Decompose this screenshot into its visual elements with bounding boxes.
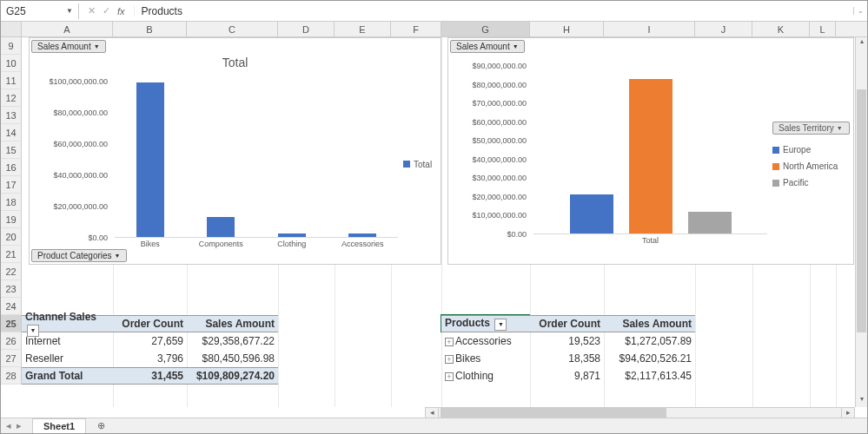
row-header-9[interactable]: 9	[1, 37, 22, 55]
table-total-cell[interactable]: Grand Total	[22, 370, 113, 382]
column-header-D[interactable]: D	[278, 22, 335, 36]
row-headers: 910111213141516171819202122232425262728	[1, 37, 22, 385]
chevron-down-icon: ▼	[513, 43, 519, 49]
row-header-19[interactable]: 19	[1, 211, 22, 228]
table-cell[interactable]: $94,620,526.21	[604, 352, 695, 365]
fx-icon[interactable]: fx	[117, 6, 125, 16]
select-all-corner[interactable]	[1, 22, 22, 36]
column-header-E[interactable]: E	[335, 22, 391, 36]
table-cell[interactable]: +Bikes	[441, 352, 530, 365]
row-header-22[interactable]: 22	[1, 263, 22, 280]
row-header-15[interactable]: 15	[1, 141, 22, 159]
next-sheet-icon[interactable]: ▸	[17, 420, 22, 431]
table-cell[interactable]: 19,523	[530, 335, 604, 347]
expand-icon[interactable]: +	[445, 338, 454, 346]
row-header-16[interactable]: 16	[1, 159, 22, 176]
column-header-C[interactable]: C	[187, 22, 278, 36]
vertical-scrollbar[interactable]: ▴ ▾	[855, 37, 867, 407]
table-total-cell[interactable]: 31,455	[113, 370, 187, 382]
row-header-17[interactable]: 17	[1, 176, 22, 194]
column-header-F[interactable]: F	[391, 22, 441, 36]
row-header-20[interactable]: 20	[1, 228, 22, 246]
pivot-table-channel-sales[interactable]: Channel Sales ▼Order CountSales AmountIn…	[22, 315, 278, 385]
row-header-11[interactable]: 11	[1, 72, 22, 89]
table-cell[interactable]: Internet	[22, 335, 113, 347]
legend-swatch	[772, 180, 779, 187]
scroll-up-icon[interactable]: ▴	[856, 37, 867, 49]
column-header-K[interactable]: K	[752, 22, 810, 36]
table-cell[interactable]: $2,117,613.45	[604, 370, 695, 382]
chevron-down-icon[interactable]: ▼	[66, 7, 73, 15]
chart1-title: Total	[33, 56, 437, 69]
column-header-H[interactable]: H	[530, 22, 604, 36]
expand-icon[interactable]: +	[445, 355, 454, 364]
table-header[interactable]: Sales Amount	[187, 318, 278, 330]
bar	[629, 79, 673, 233]
table-cell[interactable]: 9,871	[530, 370, 604, 382]
chart1-legend: Total	[398, 73, 437, 255]
chart1-plot: $0.00$20,000,000.00$40,000,000.00$60,000…	[33, 73, 398, 255]
row-header-26[interactable]: 26	[1, 332, 22, 350]
row-header-12[interactable]: 12	[1, 89, 22, 107]
table-cell[interactable]: $80,450,596.98	[187, 352, 278, 365]
table-cell[interactable]: +Accessories	[441, 335, 530, 347]
filter-dropdown-icon[interactable]: ▼	[494, 319, 507, 331]
chart2-sales-amount-button[interactable]: Sales Amount▼	[450, 40, 525, 53]
chart1-sales-amount-button[interactable]: Sales Amount▼	[31, 40, 106, 53]
column-header-I[interactable]: I	[604, 22, 695, 36]
worksheet-grid[interactable]: 910111213141516171819202122232425262728 …	[1, 37, 855, 407]
row-header-23[interactable]: 23	[1, 280, 22, 298]
expand-icon[interactable]: +	[445, 372, 454, 381]
cancel-icon[interactable]: ✕	[88, 5, 96, 16]
prev-sheet-icon[interactable]: ◂	[6, 420, 11, 431]
column-header-J[interactable]: J	[695, 22, 752, 36]
cell-reference: G25	[6, 5, 26, 17]
pivot-table-products[interactable]: Products ▼Order CountSales Amount+Access…	[441, 315, 695, 385]
table-header[interactable]: Order Count	[113, 318, 187, 330]
accept-icon[interactable]: ✓	[103, 5, 110, 16]
legend-swatch	[403, 161, 410, 168]
column-header-A[interactable]: A	[22, 22, 113, 36]
row-header-10[interactable]: 10	[1, 55, 22, 72]
name-box[interactable]: G25 ▼	[1, 3, 79, 19]
table-cell[interactable]: $29,358,677.22	[187, 335, 278, 347]
row-header-25[interactable]: 25	[1, 315, 22, 332]
row-header-21[interactable]: 21	[1, 246, 22, 263]
table-cell[interactable]: 27,659	[113, 335, 187, 347]
table-header[interactable]: Sales Amount	[604, 318, 695, 330]
formula-input[interactable]: Products	[135, 3, 853, 19]
column-header-L[interactable]: L	[810, 22, 836, 36]
table-header[interactable]: Products ▼	[441, 317, 530, 331]
table-cell[interactable]: +Clothing	[441, 370, 530, 382]
row-header-13[interactable]: 13	[1, 107, 22, 124]
row-header-14[interactable]: 14	[1, 124, 22, 141]
table-total-cell[interactable]: $109,809,274.20	[187, 370, 278, 382]
table-cell[interactable]: Reseller	[22, 352, 113, 365]
table-cell[interactable]: $1,272,057.89	[604, 335, 695, 347]
row-header-28[interactable]: 28	[1, 367, 22, 385]
table-cell[interactable]: 3,796	[113, 352, 187, 365]
scroll-thumb[interactable]	[857, 89, 866, 332]
tab-sheet1[interactable]: Sheet1	[32, 418, 86, 434]
pivot-chart-2[interactable]: Sales Amount▼ $0.00$10,000,000.00$20,000…	[447, 37, 854, 265]
scroll-down-icon[interactable]: ▾	[856, 395, 867, 407]
row-header-27[interactable]: 27	[1, 350, 22, 367]
column-header-G[interactable]: G	[441, 22, 530, 36]
tab-nav-arrows[interactable]: ◂▸	[6, 420, 30, 431]
table-header[interactable]: Channel Sales ▼	[22, 311, 113, 337]
chart1-bars	[115, 73, 398, 238]
row-header-18[interactable]: 18	[1, 194, 22, 211]
bar	[136, 82, 164, 237]
table-cell[interactable]: 18,358	[530, 352, 604, 365]
table-header[interactable]: Order Count	[530, 318, 604, 330]
chart2-sales-territory-button[interactable]: Sales Territory▼	[772, 122, 850, 135]
new-sheet-button[interactable]: ⊕	[93, 418, 109, 434]
column-header-B[interactable]: B	[113, 22, 187, 36]
chart2-plot: $0.00$10,000,000.00$20,000,000.00$30,000…	[452, 57, 767, 252]
chart1-product-categories-button[interactable]: Product Categories▼	[31, 249, 127, 262]
row-header-24[interactable]: 24	[1, 298, 22, 315]
pivot-chart-1[interactable]: Sales Amount▼ Total $0.00$20,000,000.00$…	[29, 37, 441, 265]
bar	[278, 233, 306, 237]
formula-bar-expand-icon[interactable]: ⌄	[853, 7, 867, 15]
chevron-down-icon: ▼	[115, 253, 121, 259]
